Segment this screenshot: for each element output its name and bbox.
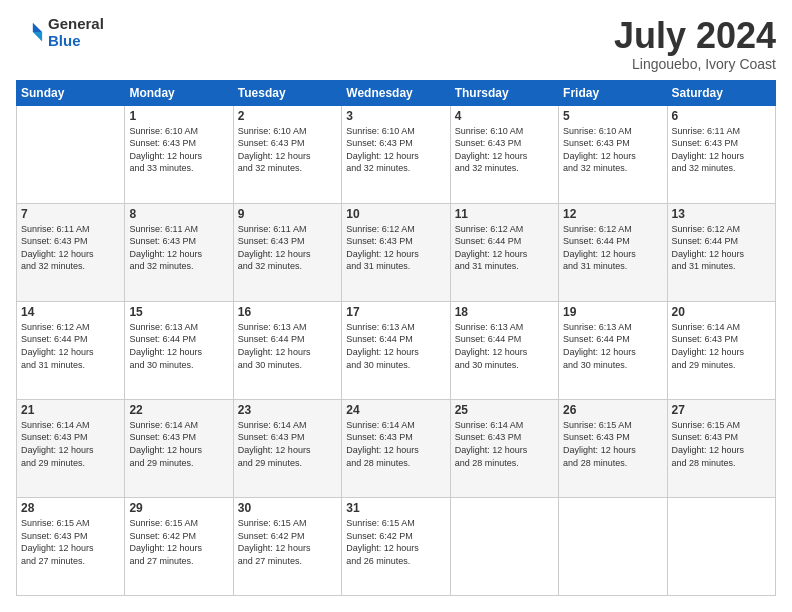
day-cell: 29Sunrise: 6:15 AM Sunset: 6:42 PM Dayli… <box>125 497 233 595</box>
svg-marker-0 <box>33 22 42 31</box>
week-row-3: 14Sunrise: 6:12 AM Sunset: 6:44 PM Dayli… <box>17 301 776 399</box>
week-row-5: 28Sunrise: 6:15 AM Sunset: 6:43 PM Dayli… <box>17 497 776 595</box>
day-info: Sunrise: 6:15 AM Sunset: 6:42 PM Dayligh… <box>346 517 445 567</box>
day-info: Sunrise: 6:12 AM Sunset: 6:44 PM Dayligh… <box>563 223 662 273</box>
day-number: 1 <box>129 109 228 123</box>
logo-general: General <box>48 16 104 33</box>
day-info: Sunrise: 6:14 AM Sunset: 6:43 PM Dayligh… <box>672 321 771 371</box>
day-cell: 10Sunrise: 6:12 AM Sunset: 6:43 PM Dayli… <box>342 203 450 301</box>
day-info: Sunrise: 6:15 AM Sunset: 6:42 PM Dayligh… <box>238 517 337 567</box>
day-cell <box>667 497 775 595</box>
header: General Blue July 2024 Lingouebo, Ivory … <box>16 16 776 72</box>
day-number: 29 <box>129 501 228 515</box>
day-info: Sunrise: 6:12 AM Sunset: 6:44 PM Dayligh… <box>455 223 554 273</box>
day-cell: 9Sunrise: 6:11 AM Sunset: 6:43 PM Daylig… <box>233 203 341 301</box>
day-info: Sunrise: 6:11 AM Sunset: 6:43 PM Dayligh… <box>21 223 120 273</box>
day-info: Sunrise: 6:15 AM Sunset: 6:43 PM Dayligh… <box>563 419 662 469</box>
day-number: 30 <box>238 501 337 515</box>
day-cell: 26Sunrise: 6:15 AM Sunset: 6:43 PM Dayli… <box>559 399 667 497</box>
day-number: 18 <box>455 305 554 319</box>
logo-icon <box>16 19 44 47</box>
header-cell-saturday: Saturday <box>667 80 775 105</box>
day-info: Sunrise: 6:13 AM Sunset: 6:44 PM Dayligh… <box>563 321 662 371</box>
day-info: Sunrise: 6:12 AM Sunset: 6:44 PM Dayligh… <box>672 223 771 273</box>
logo: General Blue <box>16 16 104 49</box>
day-info: Sunrise: 6:10 AM Sunset: 6:43 PM Dayligh… <box>455 125 554 175</box>
day-cell: 14Sunrise: 6:12 AM Sunset: 6:44 PM Dayli… <box>17 301 125 399</box>
week-row-1: 1Sunrise: 6:10 AM Sunset: 6:43 PM Daylig… <box>17 105 776 203</box>
week-row-2: 7Sunrise: 6:11 AM Sunset: 6:43 PM Daylig… <box>17 203 776 301</box>
day-cell: 12Sunrise: 6:12 AM Sunset: 6:44 PM Dayli… <box>559 203 667 301</box>
day-cell: 11Sunrise: 6:12 AM Sunset: 6:44 PM Dayli… <box>450 203 558 301</box>
day-cell: 17Sunrise: 6:13 AM Sunset: 6:44 PM Dayli… <box>342 301 450 399</box>
day-cell: 16Sunrise: 6:13 AM Sunset: 6:44 PM Dayli… <box>233 301 341 399</box>
day-cell: 28Sunrise: 6:15 AM Sunset: 6:43 PM Dayli… <box>17 497 125 595</box>
day-number: 2 <box>238 109 337 123</box>
day-cell: 1Sunrise: 6:10 AM Sunset: 6:43 PM Daylig… <box>125 105 233 203</box>
day-number: 10 <box>346 207 445 221</box>
day-cell: 7Sunrise: 6:11 AM Sunset: 6:43 PM Daylig… <box>17 203 125 301</box>
day-info: Sunrise: 6:12 AM Sunset: 6:44 PM Dayligh… <box>21 321 120 371</box>
day-info: Sunrise: 6:10 AM Sunset: 6:43 PM Dayligh… <box>238 125 337 175</box>
day-cell: 23Sunrise: 6:14 AM Sunset: 6:43 PM Dayli… <box>233 399 341 497</box>
day-info: Sunrise: 6:14 AM Sunset: 6:43 PM Dayligh… <box>455 419 554 469</box>
day-number: 27 <box>672 403 771 417</box>
day-cell <box>559 497 667 595</box>
day-cell: 21Sunrise: 6:14 AM Sunset: 6:43 PM Dayli… <box>17 399 125 497</box>
day-number: 23 <box>238 403 337 417</box>
week-row-4: 21Sunrise: 6:14 AM Sunset: 6:43 PM Dayli… <box>17 399 776 497</box>
day-number: 28 <box>21 501 120 515</box>
month-title: July 2024 <box>614 16 776 56</box>
day-cell: 22Sunrise: 6:14 AM Sunset: 6:43 PM Dayli… <box>125 399 233 497</box>
day-number: 15 <box>129 305 228 319</box>
day-cell: 3Sunrise: 6:10 AM Sunset: 6:43 PM Daylig… <box>342 105 450 203</box>
title-block: July 2024 Lingouebo, Ivory Coast <box>614 16 776 72</box>
day-info: Sunrise: 6:10 AM Sunset: 6:43 PM Dayligh… <box>563 125 662 175</box>
day-number: 8 <box>129 207 228 221</box>
day-info: Sunrise: 6:13 AM Sunset: 6:44 PM Dayligh… <box>346 321 445 371</box>
page: General Blue July 2024 Lingouebo, Ivory … <box>0 0 792 612</box>
header-cell-thursday: Thursday <box>450 80 558 105</box>
day-info: Sunrise: 6:13 AM Sunset: 6:44 PM Dayligh… <box>238 321 337 371</box>
day-number: 5 <box>563 109 662 123</box>
day-number: 20 <box>672 305 771 319</box>
day-cell: 4Sunrise: 6:10 AM Sunset: 6:43 PM Daylig… <box>450 105 558 203</box>
day-cell: 8Sunrise: 6:11 AM Sunset: 6:43 PM Daylig… <box>125 203 233 301</box>
day-info: Sunrise: 6:13 AM Sunset: 6:44 PM Dayligh… <box>129 321 228 371</box>
day-info: Sunrise: 6:14 AM Sunset: 6:43 PM Dayligh… <box>21 419 120 469</box>
day-number: 14 <box>21 305 120 319</box>
day-cell <box>17 105 125 203</box>
day-info: Sunrise: 6:14 AM Sunset: 6:43 PM Dayligh… <box>238 419 337 469</box>
day-number: 16 <box>238 305 337 319</box>
day-info: Sunrise: 6:11 AM Sunset: 6:43 PM Dayligh… <box>672 125 771 175</box>
day-cell: 19Sunrise: 6:13 AM Sunset: 6:44 PM Dayli… <box>559 301 667 399</box>
logo-blue: Blue <box>48 33 104 50</box>
header-cell-sunday: Sunday <box>17 80 125 105</box>
day-cell: 31Sunrise: 6:15 AM Sunset: 6:42 PM Dayli… <box>342 497 450 595</box>
day-number: 31 <box>346 501 445 515</box>
day-cell: 25Sunrise: 6:14 AM Sunset: 6:43 PM Dayli… <box>450 399 558 497</box>
day-info: Sunrise: 6:11 AM Sunset: 6:43 PM Dayligh… <box>238 223 337 273</box>
header-row: SundayMondayTuesdayWednesdayThursdayFrid… <box>17 80 776 105</box>
day-number: 19 <box>563 305 662 319</box>
day-cell: 18Sunrise: 6:13 AM Sunset: 6:44 PM Dayli… <box>450 301 558 399</box>
day-info: Sunrise: 6:14 AM Sunset: 6:43 PM Dayligh… <box>346 419 445 469</box>
header-cell-monday: Monday <box>125 80 233 105</box>
day-number: 4 <box>455 109 554 123</box>
day-cell: 6Sunrise: 6:11 AM Sunset: 6:43 PM Daylig… <box>667 105 775 203</box>
day-cell: 27Sunrise: 6:15 AM Sunset: 6:43 PM Dayli… <box>667 399 775 497</box>
day-cell <box>450 497 558 595</box>
day-cell: 2Sunrise: 6:10 AM Sunset: 6:43 PM Daylig… <box>233 105 341 203</box>
subtitle: Lingouebo, Ivory Coast <box>614 56 776 72</box>
day-cell: 15Sunrise: 6:13 AM Sunset: 6:44 PM Dayli… <box>125 301 233 399</box>
day-number: 22 <box>129 403 228 417</box>
header-cell-wednesday: Wednesday <box>342 80 450 105</box>
day-number: 13 <box>672 207 771 221</box>
day-number: 11 <box>455 207 554 221</box>
logo-text: General Blue <box>48 16 104 49</box>
day-number: 24 <box>346 403 445 417</box>
day-number: 12 <box>563 207 662 221</box>
day-number: 9 <box>238 207 337 221</box>
day-info: Sunrise: 6:12 AM Sunset: 6:43 PM Dayligh… <box>346 223 445 273</box>
day-cell: 30Sunrise: 6:15 AM Sunset: 6:42 PM Dayli… <box>233 497 341 595</box>
